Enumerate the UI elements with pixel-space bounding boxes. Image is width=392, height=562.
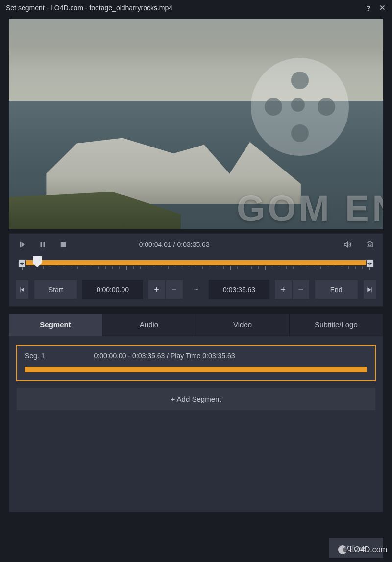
segment-item[interactable]: Seg. 1 0:00:00.00 - 0:03:35.63 / Play Ti… — [16, 345, 376, 381]
svg-rect-0 — [61, 242, 66, 247]
svg-point-1 — [368, 244, 371, 246]
window-title: Set segment - LO4D.com - footage_oldharr… — [6, 4, 172, 12]
volume-icon[interactable] — [341, 239, 354, 250]
start-time-field[interactable]: 0:00:00.00 — [82, 280, 143, 299]
end-decrement-button[interactable]: − — [292, 280, 310, 299]
range-separator: ~ — [188, 285, 204, 294]
timeline[interactable]: ◂▸ ◂▸ — [15, 257, 377, 272]
pause-button[interactable] — [36, 239, 49, 250]
timeline-playhead[interactable] — [33, 256, 42, 267]
snapshot-icon[interactable] — [363, 239, 377, 250]
footer: Close — [0, 534, 392, 562]
close-button[interactable]: Close — [329, 538, 383, 558]
segment-panel: Seg. 1 0:00:00.00 - 0:03:35.63 / Play Ti… — [9, 336, 383, 512]
titlebar: Set segment - LO4D.com - footage_oldharr… — [0, 0, 392, 16]
watermark-product-text: GOM ENCO — [237, 188, 383, 229]
time-display: 0:00:04.01 / 0:03:35.63 — [139, 241, 210, 248]
segment-name: Seg. 1 — [25, 352, 45, 360]
tab-audio[interactable]: Audio — [102, 314, 196, 336]
current-time: 0:00:04.01 — [139, 241, 172, 248]
goto-start-button[interactable] — [15, 280, 29, 299]
help-icon[interactable]: ? — [365, 4, 372, 12]
set-end-button[interactable]: End — [315, 280, 358, 299]
timeline-track[interactable] — [22, 260, 370, 265]
goto-end-button[interactable] — [363, 280, 377, 299]
playback-controls-panel: 0:00:04.01 / 0:03:35.63 ◂▸ ◂▸ — [9, 233, 383, 307]
watermark-reel-icon — [251, 58, 349, 156]
end-increment-button[interactable]: + — [274, 280, 292, 299]
play-button[interactable] — [15, 239, 29, 250]
timeline-ruler — [22, 266, 370, 271]
stop-button[interactable] — [56, 239, 70, 250]
set-start-button[interactable]: Start — [34, 280, 77, 299]
video-preview[interactable]: GOM ENCO — [9, 19, 383, 229]
tab-subtitle-logo[interactable]: Subtitle/Logo — [290, 314, 383, 336]
segment-info: 0:00:00.00 - 0:03:35.63 / Play Time 0:03… — [94, 352, 235, 360]
timeline-start-handle[interactable]: ◂▸ — [18, 259, 26, 267]
start-decrement-button[interactable]: − — [166, 280, 183, 299]
add-segment-button[interactable]: + Add Segment — [16, 387, 376, 411]
tabs: Segment Audio Video Subtitle/Logo — [9, 314, 383, 336]
window-close-icon[interactable]: ✕ — [378, 4, 386, 12]
segment-range-bar[interactable] — [25, 367, 367, 372]
end-time-field[interactable]: 0:03:35.63 — [209, 280, 269, 299]
total-time: 0:03:35.63 — [177, 241, 210, 248]
tab-video[interactable]: Video — [196, 314, 290, 336]
tab-segment[interactable]: Segment — [9, 314, 102, 336]
timeline-end-handle[interactable]: ◂▸ — [366, 259, 374, 267]
start-increment-button[interactable]: + — [148, 280, 166, 299]
